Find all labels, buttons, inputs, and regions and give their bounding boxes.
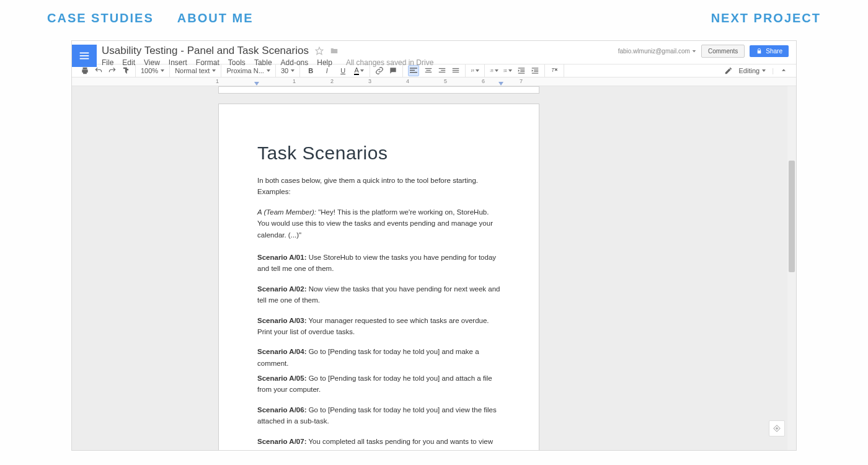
doc-heading: Task Scenarios <box>257 143 500 164</box>
svg-rect-38 <box>532 73 539 74</box>
svg-marker-3 <box>316 47 323 55</box>
ruler-tick: 6 <box>482 78 485 84</box>
collapse-toolbar-button[interactable] <box>780 66 787 75</box>
svg-rect-16 <box>453 72 459 73</box>
explore-fab[interactable] <box>769 420 785 436</box>
svg-rect-37 <box>534 71 538 72</box>
plus-diamond-icon <box>773 424 781 433</box>
font-size-select[interactable]: 30 <box>281 67 294 74</box>
outdent-button[interactable] <box>517 66 526 75</box>
paint-format-icon[interactable] <box>122 66 130 75</box>
ruler-tick: 1 <box>216 78 219 84</box>
comment-icon[interactable] <box>389 66 397 75</box>
svg-rect-31 <box>520 69 525 70</box>
numbered-list-button[interactable]: 123 <box>490 66 498 75</box>
svg-rect-32 <box>520 71 525 72</box>
svg-rect-33 <box>518 73 525 74</box>
svg-rect-24 <box>505 69 507 70</box>
scenario-item: Scenario A/02: Now view the tasks that y… <box>257 283 500 306</box>
svg-rect-12 <box>441 70 445 71</box>
align-right-button[interactable] <box>438 66 446 75</box>
print-icon[interactable] <box>81 66 89 75</box>
svg-marker-30 <box>518 69 520 72</box>
bullet-list-button[interactable] <box>503 66 512 75</box>
bold-button[interactable]: B <box>305 65 316 76</box>
svg-point-27 <box>504 71 505 72</box>
svg-rect-10 <box>425 72 432 73</box>
align-left-button[interactable] <box>408 65 419 76</box>
clear-formatting-button[interactable]: T <box>550 66 559 75</box>
svg-rect-1 <box>80 55 89 56</box>
indent-marker-right[interactable] <box>498 82 503 86</box>
redo-icon[interactable] <box>108 66 117 75</box>
share-button[interactable]: Share <box>750 45 789 57</box>
scenario-item: Scenario A/04: Go to [Pending task for t… <box>257 346 500 369</box>
document-title[interactable]: Usability Testing - Panel and Task Scena… <box>102 45 309 57</box>
svg-rect-13 <box>439 72 446 73</box>
line-spacing-button[interactable] <box>471 66 479 75</box>
align-center-button[interactable] <box>424 66 433 75</box>
lock-icon <box>756 48 763 55</box>
italic-button[interactable]: I <box>321 65 332 76</box>
site-nav: CASE STUDIES ABOUT ME NEXT PROJECT <box>0 0 868 40</box>
svg-rect-36 <box>534 69 538 70</box>
paragraph-style-select[interactable]: Normal text <box>175 67 216 74</box>
scenario-item: Scenario A/06: Go to [Pending task for t… <box>257 404 500 427</box>
text-color-button[interactable]: A <box>353 65 365 76</box>
font-select[interactable]: Proxima N... <box>226 67 270 74</box>
zoom-select[interactable]: 100% <box>141 67 164 74</box>
folder-icon[interactable] <box>330 46 339 55</box>
indent-button[interactable] <box>531 66 539 75</box>
svg-rect-20 <box>491 71 494 71</box>
ruler-tick: 1 <box>293 78 296 84</box>
svg-rect-11 <box>439 68 446 69</box>
svg-rect-5 <box>410 68 417 68</box>
nav-next-project[interactable]: NEXT PROJECT <box>711 11 821 25</box>
underline-button[interactable]: U <box>337 65 348 76</box>
star-icon[interactable] <box>315 46 324 55</box>
user-email-text: fabio.wlmuniz@gmail.com <box>618 48 690 55</box>
user-email-dropdown[interactable]: fabio.wlmuniz@gmail.com <box>618 48 696 55</box>
link-icon[interactable] <box>375 66 384 75</box>
svg-text:3: 3 <box>490 71 491 72</box>
scenario-item: Scenario A/03: Your manager requested to… <box>257 315 500 338</box>
ruler-tick: 4 <box>406 78 409 84</box>
svg-rect-7 <box>410 72 417 73</box>
svg-rect-18 <box>491 69 494 70</box>
previous-page-edge <box>218 86 539 94</box>
scrollbar-thumb[interactable] <box>789 161 795 272</box>
indent-marker-left[interactable] <box>254 82 259 86</box>
ruler-tick: 2 <box>330 78 334 84</box>
docs-logo-icon[interactable] <box>72 45 97 67</box>
google-docs-frame: Usability Testing - Panel and Task Scena… <box>71 40 797 451</box>
svg-rect-26 <box>505 71 507 71</box>
comments-button[interactable]: Comments <box>701 45 745 58</box>
ruler-tick: 7 <box>520 78 523 84</box>
svg-rect-0 <box>80 53 89 54</box>
svg-rect-28 <box>505 72 507 73</box>
share-button-label: Share <box>766 48 782 55</box>
svg-rect-6 <box>410 70 415 71</box>
document-page[interactable]: Task Scenarios In both cases below, give… <box>218 104 539 450</box>
nav-about-me[interactable]: ABOUT ME <box>177 11 254 25</box>
svg-rect-34 <box>532 68 539 68</box>
svg-rect-22 <box>491 71 494 72</box>
ruler[interactable]: 1 1 2 3 4 5 6 7 <box>72 78 796 86</box>
editing-mode-icon[interactable] <box>724 66 733 75</box>
ruler-tick: 5 <box>444 78 447 84</box>
svg-marker-42 <box>782 69 786 71</box>
svg-marker-35 <box>532 69 533 72</box>
vertical-scrollbar[interactable] <box>787 86 796 450</box>
align-justify-button[interactable] <box>451 66 460 75</box>
svg-marker-4 <box>693 50 696 53</box>
doc-intro-example: A (Team Member): "Hey! This is the platf… <box>257 206 500 241</box>
svg-point-23 <box>504 69 505 70</box>
undo-icon[interactable] <box>94 66 103 75</box>
scenario-item: Scenario A/01: Use StoreHub to view the … <box>257 252 500 275</box>
nav-case-studies[interactable]: CASE STUDIES <box>47 11 154 25</box>
svg-rect-15 <box>453 70 459 71</box>
editing-mode-select[interactable]: Editing <box>739 67 766 74</box>
svg-text:T: T <box>551 68 555 73</box>
scenario-item: Scenario A/07: You completed all tasks p… <box>257 436 500 450</box>
svg-rect-14 <box>453 68 459 69</box>
